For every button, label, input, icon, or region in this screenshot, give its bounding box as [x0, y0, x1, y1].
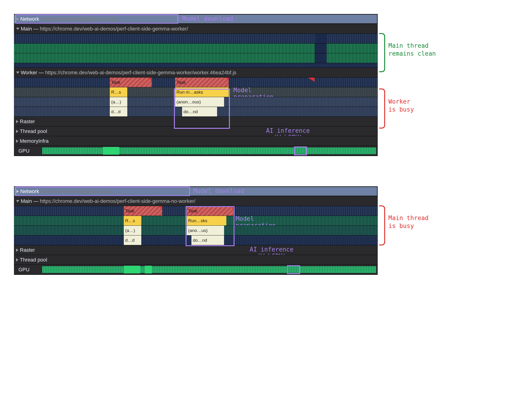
annotation-ai-inference: AI inference (WebGPU): [266, 127, 310, 136]
gpu-row[interactable]: GPU: [14, 265, 377, 275]
annotation-model-prep: Model preparation: [233, 87, 274, 97]
do-block-1[interactable]: d…d: [124, 235, 141, 245]
main-track-3[interactable]: [14, 53, 377, 63]
task-block-1[interactable]: Task: [124, 206, 162, 216]
gpu-row[interactable]: GPU: [14, 146, 377, 156]
main-track-2[interactable]: [14, 44, 377, 53]
network-row[interactable]: Network -int4.bin (storage.googleapis.co…: [14, 14, 377, 24]
network-file: -int4.bin (storage.googleapis.co…: [41, 188, 117, 194]
side-note-main-clean: Main thread remains clean: [388, 42, 436, 58]
threadpool-header[interactable]: Thread pool: [14, 255, 377, 265]
run-block-1[interactable]: R…s: [124, 216, 141, 225]
brace-icon: [379, 205, 385, 245]
chevron-right-icon: [16, 139, 19, 143]
run-block-2[interactable]: Run m…asks: [175, 87, 229, 97]
main-anon-row[interactable]: (a…) (ano…us): [14, 226, 377, 235]
main-url: https://chrome.dev/web-ai-demos/perf-cli…: [40, 26, 188, 32]
network-label: Network: [20, 16, 39, 22]
memoryinfra-header[interactable]: MemoryInfra: [14, 136, 377, 146]
gpu-block[interactable]: [103, 147, 119, 155]
main-thread-header[interactable]: Main — https://chrome.dev/web-ai-demos/p…: [14, 24, 377, 34]
annotation-model-download: Model download: [193, 187, 244, 194]
side-note-worker-busy: Worker is busy: [388, 98, 414, 114]
do-block-2[interactable]: do…nd: [191, 235, 224, 245]
chevron-right-icon: [16, 120, 19, 123]
task-block-2[interactable]: Task: [187, 206, 233, 216]
brace-icon: [379, 89, 385, 129]
chevron-right-icon: [17, 190, 19, 193]
worker-anon-row[interactable]: (a…) (anon…ous): [14, 97, 377, 107]
run-block-2[interactable]: Run…sks: [187, 216, 226, 225]
main-task-row[interactable]: Task Task: [14, 206, 377, 216]
network-row[interactable]: Network -int4.bin (storage.googleapis.co…: [14, 186, 377, 196]
worker-label: Worker —: [21, 70, 44, 76]
gpu-activity: [42, 148, 376, 154]
chevron-right-icon: [17, 18, 19, 21]
main-track-1[interactable]: [14, 34, 377, 44]
gpu-label: GPU: [16, 266, 32, 273]
worker-thread-header[interactable]: Worker — https://chrome.dev/web-ai-demos…: [14, 68, 377, 78]
do-block-2[interactable]: do…nd: [182, 107, 217, 116]
anon-block-1[interactable]: (a…): [124, 226, 141, 235]
main-url: https://chrome.dev/web-ai-demos/perf-cli…: [40, 198, 196, 204]
gpu-block[interactable]: [145, 266, 152, 273]
annotation-ai-inference: AI inference (WebGPU): [250, 246, 294, 255]
anon-block-2[interactable]: (anon…ous): [175, 97, 224, 107]
chevron-right-icon: [16, 130, 19, 133]
trace-panel-worker: Network -int4.bin (storage.googleapis.co…: [14, 14, 518, 163]
task-block-2[interactable]: Task: [175, 78, 229, 87]
worker-task-row[interactable]: Task Task: [14, 78, 377, 87]
worker-url: https://chrome.dev/web-ai-demos/perf-cli…: [45, 70, 236, 76]
annotation-model-prep: Model preparation: [236, 216, 276, 226]
chevron-down-icon: [16, 200, 19, 202]
chevron-down-icon: [16, 72, 19, 74]
annotation-model-download: Model download: [182, 15, 233, 22]
side-note-main-busy: Main thread is busy: [388, 214, 428, 230]
main-label: Main —: [21, 26, 38, 32]
task-warn-icon: [308, 78, 314, 82]
threadpool-header[interactable]: Thread pool AI inference (WebGPU): [14, 127, 377, 136]
raster-header[interactable]: Raster: [14, 117, 377, 127]
do-block-1[interactable]: d…d: [110, 107, 127, 116]
task-block-1[interactable]: Task: [110, 78, 152, 87]
anon-block-2[interactable]: (ano…us): [187, 226, 224, 235]
network-label: Network: [20, 188, 39, 194]
gpu-block[interactable]: [124, 266, 140, 273]
network-file: -int4.bin (storage.googleapis.com): [41, 16, 118, 22]
main-track-4[interactable]: [14, 63, 377, 68]
chevron-down-icon: [16, 28, 19, 30]
trace-panel-no-worker: Network -int4.bin (storage.googleapis.co…: [14, 186, 518, 275]
devtools-trace-2: Network -int4.bin (storage.googleapis.co…: [14, 186, 378, 275]
run-block-1[interactable]: R…s: [110, 87, 127, 97]
main-label: Main —: [21, 198, 38, 204]
main-run-row[interactable]: R…s Run…sks Model preparation: [14, 216, 377, 226]
raster-header[interactable]: Raster AI inference (WebGPU): [14, 245, 377, 255]
anon-block-1[interactable]: (a…): [110, 97, 127, 107]
brace-icon: [379, 33, 385, 72]
main-do-row[interactable]: d…d do…nd: [14, 235, 377, 245]
chevron-right-icon: [16, 258, 19, 261]
chevron-right-icon: [16, 249, 19, 252]
gpu-activity: [42, 266, 376, 273]
worker-do-row[interactable]: d…d do…nd: [14, 107, 377, 117]
worker-run-row[interactable]: R…s Run m…asks Model preparation: [14, 87, 377, 97]
main-thread-header[interactable]: Main — https://chrome.dev/web-ai-demos/p…: [14, 196, 377, 206]
devtools-trace-1: Network -int4.bin (storage.googleapis.co…: [14, 14, 378, 156]
gpu-label: GPU: [16, 148, 32, 154]
